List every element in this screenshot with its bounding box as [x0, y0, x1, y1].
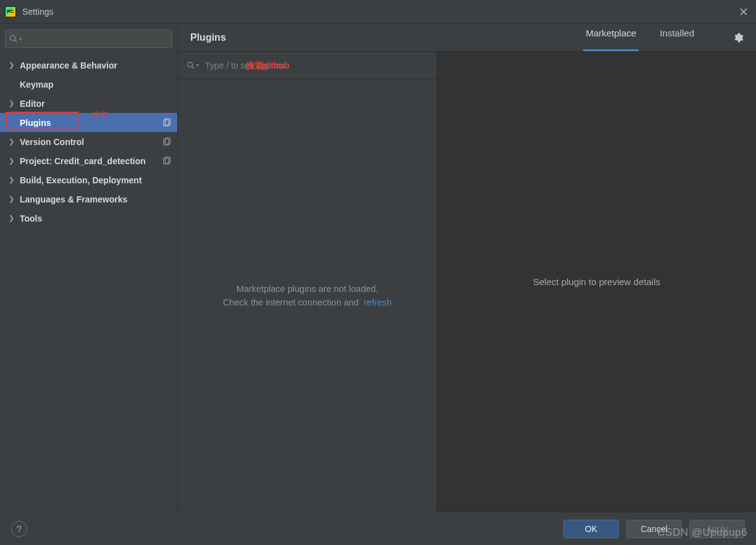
chevron-right-icon: ❯ [9, 138, 16, 146]
sidebar-item-label: Appearance & Behavior [20, 60, 171, 70]
project-scope-icon [162, 157, 171, 165]
sidebar-item-editor[interactable]: ❯ Editor [0, 94, 177, 113]
sidebar-item-plugins[interactable]: ❯ Plugins 插件 [0, 113, 177, 132]
search-icon [187, 61, 195, 70]
sidebar-search-input[interactable]: ▾ [5, 30, 172, 48]
svg-line-3 [15, 40, 17, 43]
svg-point-2 [10, 36, 15, 41]
cancel-button[interactable]: Cancel [626, 520, 682, 538]
project-scope-icon [162, 138, 171, 146]
settings-tree: ❯ Appearance & Behavior ❯ Keymap ❯ Edito… [0, 53, 177, 512]
main-panel: Plugins Marketplace Installed ▾ 搜索github… [178, 23, 756, 512]
plugin-search-row: ▾ 搜索github [178, 52, 437, 79]
plugin-list-empty-state: Marketplace plugins are not loaded. Chec… [178, 79, 437, 512]
tab-marketplace[interactable]: Marketplace [583, 23, 639, 51]
chevron-right-icon: ❯ [9, 157, 16, 165]
apply-button[interactable]: Apply [689, 520, 745, 538]
search-dropdown-icon[interactable]: ▾ [196, 62, 199, 68]
sidebar-item-project[interactable]: ❯ Project: Credit_card_detection [0, 151, 177, 170]
chevron-right-icon: ❯ [9, 195, 16, 203]
sidebar-item-label: Build, Execution, Deployment [20, 175, 171, 185]
chevron-right-icon: ❯ [9, 176, 16, 184]
empty-message-line2: Check the internet connection and [223, 297, 359, 307]
sidebar-item-tools[interactable]: ❯ Tools [0, 209, 177, 228]
plugin-list-pane: ▾ 搜索github Marketplace plugins are not l… [178, 52, 437, 512]
sidebar-item-label: Plugins [20, 118, 159, 128]
page-title: Plugins [190, 32, 226, 43]
dialog-footer: ? OK Cancel Apply [0, 512, 756, 545]
sidebar-item-build-execution-deployment[interactable]: ❯ Build, Execution, Deployment [0, 170, 177, 189]
help-button[interactable]: ? [11, 521, 27, 537]
window-title: Settings [22, 7, 54, 17]
tab-installed[interactable]: Installed [657, 23, 697, 51]
app-icon: PC [5, 6, 16, 17]
sidebar-search-field[interactable] [25, 35, 168, 44]
sidebar-item-label: Languages & Frameworks [20, 194, 171, 204]
search-dropdown-icon[interactable]: ▾ [19, 36, 22, 42]
close-icon[interactable] [736, 4, 751, 19]
sidebar-item-label: Project: Credit_card_detection [20, 156, 159, 166]
refresh-link[interactable]: refresh [364, 297, 392, 307]
detail-placeholder-text: Select plugin to preview details [533, 277, 660, 287]
empty-message-line1: Marketplace plugins are not loaded. [237, 284, 379, 294]
svg-line-11 [192, 66, 195, 69]
main-header: Plugins Marketplace Installed [178, 23, 756, 52]
sidebar-item-label: Editor [20, 99, 171, 109]
gear-icon[interactable] [733, 32, 744, 43]
svg-point-10 [188, 62, 193, 67]
sidebar-item-label: Version Control [20, 137, 159, 147]
plugin-detail-pane: Select plugin to preview details [437, 52, 756, 512]
sidebar-item-appearance-behavior[interactable]: ❯ Appearance & Behavior [0, 56, 177, 75]
title-bar: PC Settings [0, 0, 756, 23]
ok-button[interactable]: OK [563, 520, 619, 538]
sidebar-item-version-control[interactable]: ❯ Version Control [0, 132, 177, 151]
sidebar-item-label: Tools [20, 214, 171, 223]
sidebar-item-label: Keymap [20, 80, 171, 89]
project-scope-icon [162, 119, 171, 127]
plugin-search-input[interactable] [205, 60, 428, 70]
chevron-right-icon: ❯ [9, 99, 16, 107]
chevron-right-icon: ❯ [9, 214, 16, 222]
sidebar-item-keymap[interactable]: ❯ Keymap [0, 75, 177, 94]
chevron-right-icon: ❯ [9, 61, 16, 69]
sidebar-item-languages-frameworks[interactable]: ❯ Languages & Frameworks [0, 189, 177, 209]
settings-sidebar: ▾ ❯ Appearance & Behavior ❯ Keymap ❯ Edi… [0, 23, 178, 512]
